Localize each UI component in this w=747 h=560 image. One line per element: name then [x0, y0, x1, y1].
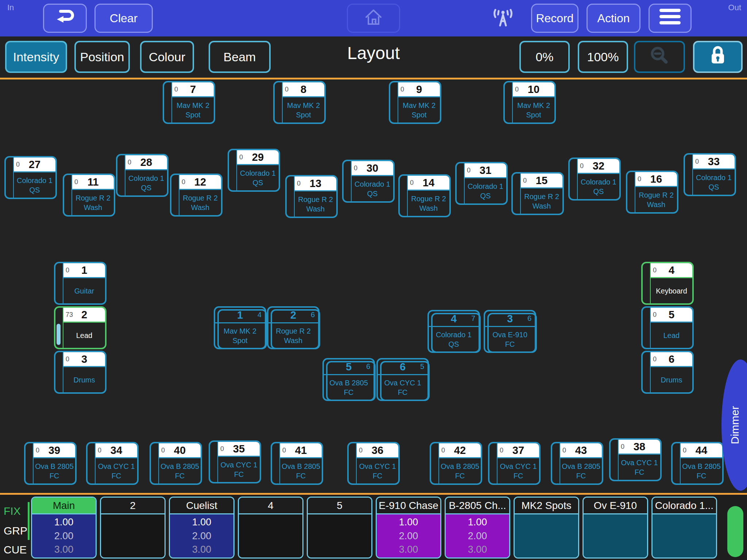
- intensity-strip: [570, 159, 578, 199]
- playback-10[interactable]: Colorado 1...: [651, 497, 717, 559]
- playback-cue-list: [308, 514, 371, 557]
- playback-label: 5: [308, 498, 371, 514]
- intensity-strip: [400, 176, 408, 216]
- group-tile-1[interactable]: 14Mav MK 2 Spot: [214, 306, 266, 349]
- fixture-tile-34[interactable]: 034Ova CYC 1 FC: [86, 442, 139, 485]
- group-fixture-count: 7: [471, 314, 475, 323]
- fixture-header: 011: [72, 175, 114, 190]
- fixture-tile-3[interactable]: 03Drums: [54, 351, 107, 394]
- cue-label[interactable]: CUE: [4, 544, 27, 556]
- fixture-tile-1[interactable]: 01Guitar: [54, 262, 107, 305]
- intensity-strip: [431, 443, 439, 483]
- cue-row: 3.00: [32, 544, 96, 555]
- fixture-intensity-value: 0: [98, 447, 101, 454]
- fixture-tile-5[interactable]: 05Lead: [641, 306, 694, 349]
- playback-8[interactable]: MK2 Spots: [514, 497, 579, 559]
- fixture-tile-15[interactable]: 015Rogue R 2 Wash: [511, 172, 564, 215]
- group-tile-4[interactable]: 47Colorado 1 QS: [427, 310, 480, 353]
- fixture-tile-10[interactable]: 010Mav MK 2 Spot: [503, 81, 556, 124]
- fixture-header: 06: [651, 352, 692, 367]
- playback-9[interactable]: Ov E-910: [582, 497, 648, 559]
- fixture-number: 32: [578, 160, 619, 172]
- fixture-tile-4[interactable]: 04Keyboard: [641, 262, 694, 305]
- fixture-intensity-value: 0: [653, 355, 657, 363]
- fixture-header: 030: [352, 161, 393, 176]
- fixture-intensity-value: 0: [182, 178, 185, 186]
- group-tile-2[interactable]: 26Rogue R 2 Wash: [267, 306, 320, 349]
- fixture-tile-40[interactable]: 040Ova B 2805 FC: [150, 442, 202, 485]
- fixture-tile-31[interactable]: 031Colorado 1 QS: [455, 162, 508, 205]
- fixture-tile-6[interactable]: 06Drums: [641, 351, 694, 394]
- fixture-tile-12[interactable]: 012Rogue R 2 Wash: [170, 174, 222, 217]
- fixture-intensity-value: 0: [66, 355, 69, 363]
- fixture-tile-36[interactable]: 036Ova CYC 1 FC: [347, 442, 400, 485]
- cue-row: 1.00: [32, 517, 96, 528]
- intensity-strip: [513, 174, 521, 214]
- playback-label: MK2 Spots: [515, 498, 578, 514]
- fixture-intensity-value: 0: [174, 86, 178, 93]
- group-tile-6[interactable]: 65Ova CYC 1 FC: [376, 358, 429, 401]
- playback-1[interactable]: Main1.002.003.00: [31, 497, 97, 559]
- fixture-tile-28[interactable]: 028Colorado 1 QS: [116, 154, 169, 197]
- fixture-tile-41[interactable]: 041Ova B 2805 FC: [271, 442, 323, 485]
- fixture-tile-43[interactable]: 043Ova B 2805 FC: [551, 442, 603, 485]
- fixture-tile-33[interactable]: 033Colorado 1 QS: [684, 153, 736, 196]
- grp-label[interactable]: GRP: [4, 525, 27, 537]
- fixture-name: Drums: [63, 367, 105, 392]
- fixture-tile-35[interactable]: 035Ova CYC 1 FC: [209, 440, 261, 483]
- fixture-tile-13[interactable]: 013Rogue R 2 Wash: [285, 175, 338, 218]
- fixture-header: 028: [125, 155, 167, 170]
- fixture-tile-39[interactable]: 039Ova B 2805 FC: [24, 442, 77, 485]
- layout-canvas[interactable]: 07Mav MK 2 Spot08Mav MK 2 Spot09Mav MK 2…: [0, 0, 747, 560]
- group-number: 3: [507, 313, 513, 325]
- fixture-number: 27: [14, 159, 55, 171]
- playback-6[interactable]: E-910 Chase1.002.003.00: [376, 497, 441, 559]
- fixture-tile-42[interactable]: 042Ova B 2805 FC: [430, 442, 482, 485]
- fixture-number: 14: [408, 177, 449, 189]
- group-tile-3[interactable]: 36Ova E-910 FC: [484, 310, 536, 353]
- fixture-tile-44[interactable]: 044Ova B 2805 FC: [671, 442, 724, 485]
- fixture-tile-7[interactable]: 07Mav MK 2 Spot: [163, 81, 215, 124]
- fixture-tile-30[interactable]: 030Colorado 1 QS: [342, 160, 395, 203]
- fixture-intensity-value: 0: [653, 311, 657, 319]
- playback-7[interactable]: B-2805 Ch...1.002.003.00: [445, 497, 510, 559]
- fixture-number: 4: [651, 264, 692, 276]
- page-scroll-handle[interactable]: [727, 506, 743, 557]
- playback-4[interactable]: 4: [238, 497, 303, 559]
- fixture-tile-16[interactable]: 016Rogue R 2 Wash: [626, 171, 678, 214]
- fixture-tile-38[interactable]: 038Ova CYC 1 FC: [609, 438, 662, 481]
- fixture-tile-8[interactable]: 08Mav MK 2 Spot: [273, 81, 326, 124]
- fixture-intensity-value: 0: [285, 86, 289, 93]
- fixture-number: 35: [218, 443, 260, 455]
- fixture-tile-2[interactable]: 732Lead: [54, 306, 107, 349]
- tile-main: 037Ova CYC 1 FC: [498, 443, 539, 483]
- console-screen: In Out Clear: [0, 0, 747, 560]
- intensity-strip: [643, 308, 651, 348]
- intensity-strip: [164, 82, 172, 122]
- fixture-number: 9: [398, 83, 440, 96]
- fixture-number: 1: [63, 264, 105, 276]
- playback-2[interactable]: 2: [100, 497, 166, 559]
- fixture-tile-37[interactable]: 037Ova CYC 1 FC: [488, 442, 541, 485]
- fixture-number: 41: [280, 444, 322, 456]
- playback-5[interactable]: 5: [307, 497, 372, 559]
- fixture-header: 732: [63, 308, 105, 323]
- fixture-header: 032: [578, 159, 619, 174]
- fixture-tile-32[interactable]: 032Colorado 1 QS: [568, 158, 621, 201]
- fixture-tile-11[interactable]: 011Rogue R 2 Wash: [63, 174, 115, 217]
- fixture-tile-29[interactable]: 029Colorado 1 QS: [228, 149, 280, 192]
- fixture-tile-14[interactable]: 014Rogue R 2 Wash: [398, 174, 451, 217]
- group-tile-5[interactable]: 56Ova B 2805 FC: [322, 358, 375, 401]
- fixture-intensity-value: 0: [66, 267, 69, 274]
- fixture-name: Colorado 1 QS: [352, 176, 393, 201]
- intensity-strip: [272, 443, 280, 483]
- fixture-header: 04: [651, 263, 692, 278]
- cue-row: 2.00: [446, 530, 509, 542]
- fixture-intensity-value: 0: [562, 447, 566, 454]
- playback-3[interactable]: Cuelist1.002.003.00: [169, 497, 235, 559]
- intensity-strip: [627, 172, 635, 212]
- fixture-tile-27[interactable]: 027Colorado 1 QS: [4, 156, 57, 199]
- fixture-tile-9[interactable]: 09Mav MK 2 Spot: [389, 81, 441, 124]
- fix-label[interactable]: FIX: [4, 505, 21, 517]
- fixture-intensity-value: 0: [515, 86, 519, 93]
